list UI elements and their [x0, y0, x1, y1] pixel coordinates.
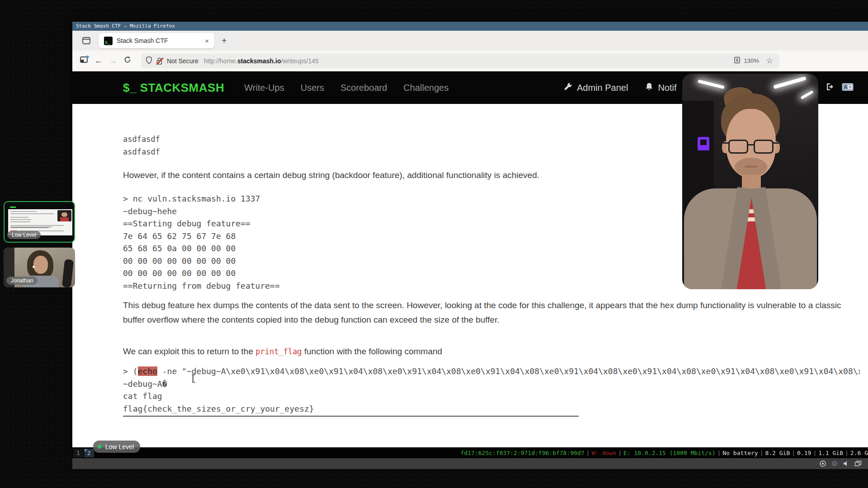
window-title: Stack Smash CTF — Mozilla Firefox: [76, 23, 175, 29]
status-load: 0.19: [797, 450, 811, 456]
mini-text-line: [10, 225, 64, 226]
wrench-icon: [563, 82, 572, 93]
url-bar[interactable]: Not Secure http://home.stacksmash.io/wri…: [141, 54, 779, 68]
status-separator: |: [716, 450, 723, 456]
status-wifi: W: down: [591, 450, 616, 456]
status-separator: |: [790, 450, 797, 456]
mini-text-line: [10, 227, 48, 228]
participant-name-label: Low Level: [7, 231, 41, 239]
logout-icon[interactable]: [826, 82, 835, 93]
tray-disc-icon[interactable]: [831, 460, 838, 467]
mini-text-line: [10, 213, 54, 214]
nav-link-writeups[interactable]: Write-Ups: [244, 83, 284, 93]
url-text[interactable]: http://home.stacksmash.io/writeups/145: [204, 57, 319, 65]
terminal-line: ==Returning from debug feature==: [123, 280, 280, 292]
svg-text:A: A: [844, 84, 848, 90]
workspace-tag-2[interactable]: 2: [84, 449, 94, 457]
nav-link-challenges[interactable]: Challenges: [403, 83, 448, 93]
zoom-level-badge[interactable]: 130%: [744, 57, 759, 64]
url-domain: stacksmash.io: [237, 57, 281, 65]
person-face: [33, 256, 48, 274]
terminal-line: 7e 64 65 62 75 67 7e 68: [123, 230, 280, 243]
mini-text-line: [10, 219, 31, 220]
horizontal-rule: [123, 416, 579, 417]
terminal-line: 65 68 65 0a 00 00 00 00: [123, 242, 280, 255]
tab-bar: $_ Stack Smash CTF × +: [72, 31, 868, 51]
glasses-temple: [773, 142, 779, 144]
mini-text-line: [10, 217, 28, 218]
admin-panel-link[interactable]: Admin Panel: [577, 83, 628, 93]
tab-close-icon[interactable]: ×: [205, 37, 209, 45]
status-memory: 8.2 GiB: [765, 450, 790, 456]
firefox-view-icon[interactable]: [80, 35, 92, 47]
paragraph-buffer-overflow: This debug feature hex dumps the content…: [123, 298, 861, 327]
reload-button[interactable]: [120, 56, 135, 66]
participant-name-label: Jonathan: [6, 277, 38, 285]
terminal-line: ~debug~hehe: [123, 205, 280, 218]
mini-text-line: [10, 221, 30, 222]
terminal-line: ==Starting debug feature==: [123, 217, 280, 230]
mini-webcam-inset: [57, 210, 71, 221]
tray-record-icon[interactable]: [819, 460, 826, 467]
led-light: [698, 80, 725, 89]
text-cursor-icon: [191, 374, 196, 385]
back-button[interactable]: ←: [91, 56, 106, 66]
site-nav-right: Admin Panel Notif: [563, 71, 677, 104]
site-logo[interactable]: $_ STACKSMASH: [123, 81, 224, 95]
tab-stack-smash-ctf[interactable]: $_ Stack Smash CTF ×: [99, 33, 214, 48]
forward-button: →: [106, 56, 120, 66]
echo-highlighted: echo: [138, 366, 157, 376]
bookmark-star-icon[interactable]: ☆: [766, 56, 773, 66]
status-separator: |: [758, 450, 765, 456]
earbud: [33, 266, 35, 268]
insecure-lock-icon[interactable]: [156, 57, 163, 65]
site-nav-links: Write-Ups Users Scoreboard Challenges: [244, 83, 448, 93]
command-line: > (echo -ne "~debug~A\xe0\x91\x04\x08\xe…: [123, 365, 860, 378]
status-battery: No battery: [722, 450, 758, 456]
terminal-line: > nc vuln.stacksmash.io 1337: [123, 192, 280, 205]
output-line: cat flag: [123, 390, 860, 403]
status-separator: |: [585, 450, 592, 456]
led-light: [773, 76, 806, 89]
terminal-line: 00 00 00 00 00 00 00 00: [123, 255, 280, 267]
writeup-pre-line: asdfasdf: [123, 135, 160, 144]
site-nav-far-right: s A: [814, 71, 854, 104]
nav-link-users[interactable]: Users: [301, 83, 324, 93]
import-container-icon[interactable]: [77, 55, 91, 66]
nav-link-scoreboard[interactable]: Scoreboard: [340, 83, 387, 93]
exploit-command-block: > (echo -ne "~debug~A\xe0\x91\x04\x08\xe…: [123, 365, 860, 415]
tray-speaker-icon[interactable]: [843, 460, 850, 467]
glasses-bridge: [748, 144, 755, 145]
status-ipv6: fd17:625c:f037:2:971d:f96:bf78:90d7: [461, 450, 585, 456]
shield-icon[interactable]: [146, 56, 152, 66]
status-separator: |: [843, 450, 850, 456]
twitch-logo: [698, 137, 709, 150]
exploit-text-post: function with the following command: [302, 347, 443, 356]
new-tab-button[interactable]: +: [222, 36, 227, 46]
active-speaker-pill: Low Level: [93, 441, 140, 453]
notifications-link[interactable]: Notif: [658, 83, 676, 93]
translate-extension-icon[interactable]: A: [842, 83, 854, 93]
bell-icon: [645, 82, 653, 93]
writeup-pre-line: asdfasdf: [123, 147, 160, 156]
print-flag-code: print_flag: [255, 347, 302, 356]
glasses-left-lens: [728, 140, 748, 154]
active-speaker-name: Low Level: [105, 443, 134, 450]
command-prompt: > (: [123, 366, 138, 376]
guitar-case: [62, 259, 74, 287]
navigation-toolbar: ← → Not Secure http://home.stacksmash.io…: [72, 51, 868, 71]
tray-windows-icon[interactable]: [854, 460, 862, 467]
window-titlebar[interactable]: Stack Smash CTF — Mozilla Firefox: [72, 22, 868, 31]
status-disk: 2.6 G: [850, 450, 868, 456]
terminal-output-block: > nc vuln.stacksmash.io 1337~debug~hehe=…: [123, 192, 280, 292]
status-memory2: 1.1 GiB: [818, 450, 843, 456]
person-mouth: [745, 166, 757, 168]
workspace-tag-1[interactable]: 1: [73, 449, 83, 457]
participant-tile-jonathan[interactable]: Jonathan: [4, 248, 75, 287]
webcam-overlay-low-level[interactable]: [682, 74, 818, 289]
flag-line: flag{check_the_sizes_or_cry_your_eyesz}: [123, 403, 860, 415]
desktop-background: Stack Smash CTF — Mozilla Firefox $_ Sta…: [0, 0, 868, 488]
reader-mode-icon[interactable]: [734, 56, 741, 66]
speaking-indicator-dot: [98, 445, 102, 449]
participant-tile-low-level-screenshare[interactable]: Low Level: [4, 201, 75, 243]
